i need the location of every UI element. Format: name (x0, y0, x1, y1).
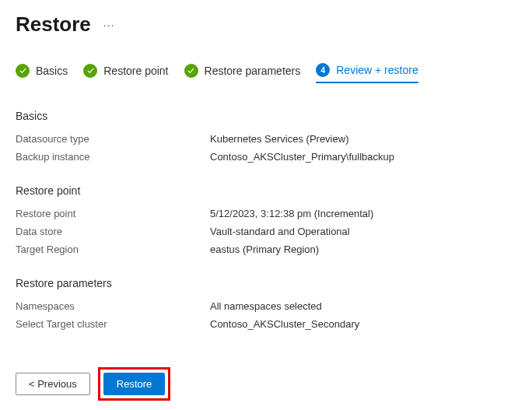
label: Data store (16, 226, 210, 237)
label: Datasource type (16, 133, 210, 145)
wizard-steps: Basics Restore point Restore parameters … (16, 63, 516, 83)
label: Backup instance (16, 151, 210, 163)
row-backup-instance: Backup instance Contoso_AKSCluster_Prima… (16, 151, 516, 163)
step-restore-point[interactable]: Restore point (83, 64, 168, 82)
label: Restore point (16, 208, 210, 219)
previous-button[interactable]: < Previous (16, 373, 90, 395)
value: eastus (Primary Region) (210, 244, 319, 255)
value: Kubernetes Services (Preview) (210, 133, 348, 145)
value: Contoso_AKSCluster_Primary\fullbackup (210, 151, 394, 163)
more-icon[interactable]: ··· (103, 19, 115, 31)
value: 5/12/2023, 3:12:38 pm (Incremental) (210, 208, 373, 219)
check-icon (184, 64, 198, 78)
label: Target Region (16, 244, 210, 255)
section-restore-parameters: Restore parameters Namespaces All namesp… (16, 277, 516, 330)
step-label: Review + restore (336, 64, 418, 76)
row-target-cluster: Select Target cluster Contoso_AKSCluster… (16, 318, 516, 330)
row-data-store: Data store Vault-standard and Operationa… (16, 226, 516, 237)
value: Contoso_AKSCluster_Secondary (210, 318, 359, 330)
value: All namespaces selected (210, 300, 322, 312)
step-label: Restore point (103, 65, 168, 77)
section-restore-point: Restore point Restore point 5/12/2023, 3… (16, 184, 516, 255)
page-title: Restore (16, 12, 91, 37)
highlight-annotation: Restore (98, 367, 171, 401)
step-label: Restore parameters (205, 65, 301, 77)
label: Select Target cluster (16, 318, 210, 330)
section-title: Basics (16, 110, 516, 122)
row-datasource-type: Datasource type Kubernetes Services (Pre… (16, 133, 516, 145)
section-basics: Basics Datasource type Kubernetes Servic… (16, 110, 516, 163)
section-title: Restore point (16, 184, 516, 197)
row-namespaces: Namespaces All namespaces selected (16, 300, 516, 312)
wizard-footer: < Previous Restore (16, 367, 170, 401)
row-target-region: Target Region eastus (Primary Region) (16, 244, 516, 255)
section-title: Restore parameters (16, 277, 516, 289)
row-restore-point: Restore point 5/12/2023, 3:12:38 pm (Inc… (16, 208, 516, 219)
check-icon (83, 64, 97, 78)
restore-button[interactable]: Restore (103, 373, 166, 395)
page-header: Restore ··· (16, 12, 516, 37)
step-number-icon: 4 (316, 63, 330, 77)
label: Namespaces (16, 300, 210, 312)
step-label: Basics (36, 65, 68, 77)
step-review-restore[interactable]: 4 Review + restore (316, 63, 418, 83)
value: Vault-standard and Operational (210, 226, 350, 237)
step-basics[interactable]: Basics (16, 64, 68, 82)
step-restore-parameters[interactable]: Restore parameters (184, 64, 301, 82)
check-icon (16, 64, 30, 78)
